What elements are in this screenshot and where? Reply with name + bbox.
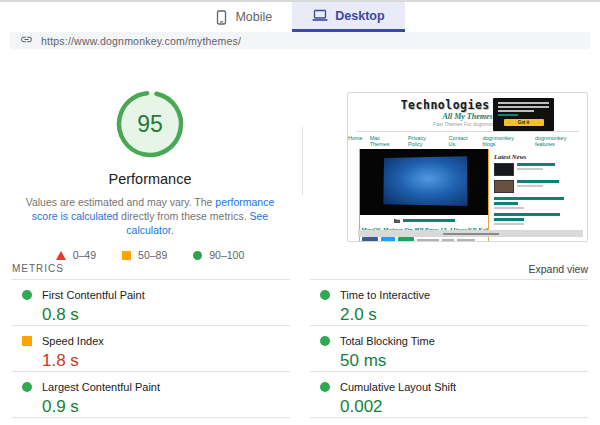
cookie-learn-more-bar <box>498 114 518 116</box>
category-text-bar <box>403 219 455 222</box>
nav-item: dognmonkey features <box>535 135 587 147</box>
news-title-bar <box>494 213 560 216</box>
metric-label: Speed Index <box>42 335 104 347</box>
category-title: Performance <box>0 171 300 187</box>
news-meta-bar <box>517 168 543 170</box>
news-thumb-image <box>494 180 514 193</box>
metric-status-icon <box>22 290 32 300</box>
metric-value: 0.002 <box>340 397 588 417</box>
page-url: https://www.dognmonkey.com/mythemes/ <box>41 35 241 47</box>
folder-icon <box>394 218 400 223</box>
disclaimer-text: directly from these metrics. <box>118 210 249 222</box>
news-thumb-image <box>494 163 514 176</box>
tab-mobile[interactable]: Mobile <box>195 2 292 32</box>
metric-status-icon <box>22 336 32 346</box>
news-title-bar <box>517 163 555 166</box>
summary-divider <box>302 127 303 195</box>
sidebar-news-item <box>494 180 582 193</box>
twitter-share-button <box>381 237 395 242</box>
metric-cumulative-layout-shift: Cumulative Layout Shift 0.002 <box>310 372 588 418</box>
metric-label: Largest Contentful Paint <box>42 381 160 393</box>
metric-largest-contentful-paint: Largest Contentful Paint 0.9 s <box>12 372 290 418</box>
page-screenshot-thumbnail: Technologies Today All My Themes Fast Th… <box>347 92 588 242</box>
metric-value: 50 ms <box>340 351 588 371</box>
performance-gauge[interactable]: 95 <box>112 86 188 162</box>
metric-first-contentful-paint: First Contentful Paint 0.8 s <box>12 280 290 326</box>
metric-value: 0.9 s <box>42 397 290 417</box>
nav-item: Mac Themes <box>370 135 401 147</box>
metric-value: 1.8 s <box>42 351 290 371</box>
news-title-bar <box>494 197 564 200</box>
performance-score: 95 <box>112 86 188 162</box>
news-title-bar <box>517 180 559 183</box>
thumb-body: MacOS Mojave On HP Envy 13-ADxxxNR Kaby … <box>348 149 587 242</box>
metric-status-icon <box>320 290 330 300</box>
nav-item: Privacy Policy <box>408 135 442 147</box>
tab-mobile-label: Mobile <box>235 10 272 24</box>
metric-speed-index: Speed Index 1.8 s <box>12 326 290 372</box>
metrics-section-label: METRICS <box>12 263 64 274</box>
facebook-share-button <box>362 237 378 242</box>
thumb-footer-bar <box>358 230 583 237</box>
footer-text-bar <box>443 233 499 235</box>
site-nav: Home Mac Themes Privacy Policy Contact U… <box>348 132 587 149</box>
cookie-banner: Got it <box>493 98 554 131</box>
url-bar: https://www.dognmonkey.com/mythemes/ <box>10 32 590 49</box>
whatsapp-share-button <box>398 237 414 242</box>
tab-desktop[interactable]: Desktop <box>292 2 404 32</box>
post-meta-bar <box>417 239 439 241</box>
performance-summary: 95 Performance Values are estimated and … <box>0 86 300 261</box>
metric-label: First Contentful Paint <box>42 289 145 301</box>
metrics-header: METRICS Expand view <box>12 258 588 279</box>
tab-desktop-label: Desktop <box>335 9 384 23</box>
sidebar-news-item <box>494 197 582 209</box>
post-meta-bar <box>457 239 475 241</box>
metric-value: 2.0 s <box>340 305 588 325</box>
mobile-phone-icon <box>215 10 228 25</box>
windows-screen <box>383 156 467 206</box>
disclaimer-text: Values are estimated and may vary. The <box>26 196 216 208</box>
nav-item: Contact Us <box>449 135 476 147</box>
news-title-bar <box>494 218 524 221</box>
desktop-laptop-icon <box>312 9 328 22</box>
sidebar-news-item <box>494 163 582 176</box>
news-meta-bar <box>494 207 524 209</box>
news-meta-bar <box>494 223 524 225</box>
nav-item: Home <box>348 135 363 147</box>
thumb-sidebar: Latest News <box>489 149 584 242</box>
score-disclaimer: Values are estimated and may vary. The p… <box>13 195 287 237</box>
sidebar-latest-news-heading: Latest News <box>494 153 582 160</box>
metrics-column-right: Time to Interactive 2.0 s Total Blocking… <box>310 279 588 418</box>
sidebar-news-item <box>494 213 582 225</box>
nav-item: dognmonkey blogs <box>482 135 527 147</box>
metric-status-icon <box>320 336 330 346</box>
post-category-line <box>360 215 488 225</box>
cookie-accept-button: Got it <box>504 119 544 126</box>
metrics-column-left: First Contentful Paint 0.8 s Speed Index… <box>12 279 290 418</box>
metric-status-icon <box>22 382 32 392</box>
metric-value: 0.8 s <box>42 305 290 325</box>
cookie-text-bar <box>498 102 549 104</box>
metric-label: Cumulative Layout Shift <box>340 381 456 393</box>
metric-status-icon <box>320 382 330 392</box>
metric-label: Total Blocking Time <box>340 335 435 347</box>
pagespeed-report: Mobile Desktop https://www.dognmonkey.co… <box>0 0 600 425</box>
metric-total-blocking-time: Total Blocking Time 50 ms <box>310 326 588 372</box>
expand-view-button[interactable]: Expand view <box>528 263 588 275</box>
device-tabs-bar: Mobile Desktop <box>0 2 600 32</box>
cookie-text-bar <box>498 110 534 112</box>
news-title-bar <box>494 202 518 205</box>
thumb-post: MacOS Mojave On HP Envy 13-ADxxxNR Kaby … <box>359 149 489 242</box>
link-icon <box>20 32 33 50</box>
metric-label: Time to Interactive <box>340 289 430 301</box>
cookie-text-bar <box>498 106 549 108</box>
metric-time-to-interactive: Time to Interactive 2.0 s <box>310 280 588 326</box>
news-meta-bar <box>517 185 543 187</box>
post-meta-bar <box>442 239 454 241</box>
hero-image <box>360 149 488 215</box>
